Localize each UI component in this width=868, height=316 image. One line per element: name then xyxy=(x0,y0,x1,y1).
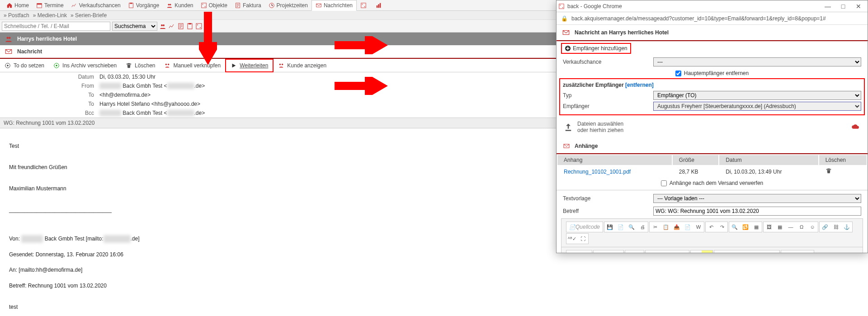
editor-quote-icon[interactable]: ❝ xyxy=(803,250,814,253)
editor-selectall-icon[interactable]: ▦ xyxy=(751,222,762,232)
editor-underline-icon[interactable]: U xyxy=(736,250,747,253)
nav-home[interactable]: Home xyxy=(3,0,33,11)
editor-font-select[interactable]: Schriftart ▾ xyxy=(594,250,623,253)
editor-bgcolor-icon[interactable]: A▾ xyxy=(702,250,712,253)
btn-show-customer[interactable]: Kunde anzeigen xyxy=(274,59,331,72)
editor-align-left-icon[interactable]: ≡ xyxy=(646,250,656,253)
toolbar-icon-5[interactable] xyxy=(195,23,203,30)
editor-source-button[interactable]: 📄 Quellcode xyxy=(566,222,603,232)
editor-save-icon[interactable]: 💾 xyxy=(604,222,615,232)
nav-faktura[interactable]: Faktura xyxy=(231,0,265,11)
calendar-icon xyxy=(36,2,42,9)
editor-special-icon[interactable]: Ω xyxy=(796,222,807,232)
editor-hr-icon[interactable]: — xyxy=(785,222,796,232)
crumb-serienbriefe[interactable]: » Serien-Briefe xyxy=(71,12,107,19)
app-icon xyxy=(558,3,565,9)
editor-size-select[interactable]: Gr... ▾ xyxy=(625,250,644,253)
nav-label: Objekte xyxy=(209,2,227,9)
editor-copy-icon[interactable]: 📋 xyxy=(660,222,671,232)
nav-objekte[interactable]: Objekte xyxy=(197,0,231,11)
editor-table-icon[interactable]: ▦ xyxy=(774,222,785,232)
toolbar-icon-3[interactable] xyxy=(177,23,184,30)
btn-archive[interactable]: Ins Archiv verschieben xyxy=(49,59,121,72)
file-dropzone[interactable]: Dateien auswählen oder hierhin ziehen xyxy=(557,115,868,139)
editor-italic-icon[interactable]: I xyxy=(725,250,736,253)
editor-replace-icon[interactable]: 🔁 xyxy=(740,222,751,232)
editor-print-icon[interactable]: 🖨 xyxy=(637,222,648,232)
editor-unlink-icon[interactable]: ⛓ xyxy=(830,222,841,232)
editor-align-justify-icon[interactable]: ≡ xyxy=(678,250,689,253)
editor-ol-icon[interactable]: 1≡ xyxy=(781,250,792,253)
popup-titlebar: back - Google Chrome — □ ✕ xyxy=(557,0,868,12)
nav-nachrichten[interactable]: Nachrichten xyxy=(311,0,357,11)
nav-kunden[interactable]: Kunden xyxy=(163,0,197,11)
editor-sup-icon[interactable]: x² xyxy=(769,250,779,253)
window-maximize[interactable]: □ xyxy=(836,1,850,11)
editor-paste-text-icon[interactable]: 📄 xyxy=(682,222,693,232)
editor-find-icon[interactable]: 🔍 xyxy=(729,222,740,232)
popup-addressbar: 🔒 back.akquisemanager.de/a/messageadd?cu… xyxy=(557,12,868,25)
remove-main-recipient-checkbox[interactable] xyxy=(675,71,681,76)
nav-projektzeiten[interactable]: Projektzeiten xyxy=(265,0,311,11)
nav-verkaufschancen[interactable]: Verkaufschancen xyxy=(67,0,124,11)
add-recipient-button[interactable]: Empfänger hinzufügen xyxy=(561,43,631,54)
editor-align-center-icon[interactable]: ≡ xyxy=(656,250,667,253)
recipient-select[interactable]: Augustus Freyherr [Steuerberatungxxxx.de… xyxy=(653,102,861,111)
nav-termine[interactable]: Termine xyxy=(33,0,67,11)
toolbar-icon-2[interactable] xyxy=(168,23,175,30)
editor-cut-icon[interactable]: ✂ xyxy=(650,222,660,232)
btn-delete[interactable]: Löschen xyxy=(121,59,160,72)
nav-label: Verkaufschancen xyxy=(79,2,121,9)
meta-to-value-1: <hh@demofirma.de> xyxy=(99,92,151,98)
attachment-file-link[interactable]: Rechnung_10102_1001.pdf xyxy=(564,169,631,175)
editor-format-select[interactable]: Format ▾ xyxy=(566,250,592,253)
editor-align-right-icon[interactable]: ≡ xyxy=(667,250,678,253)
nav-extra1[interactable] xyxy=(357,0,372,11)
nav-extra2[interactable] xyxy=(372,0,387,11)
editor-preview-icon[interactable]: 🔍 xyxy=(626,222,637,232)
subject-input[interactable] xyxy=(653,207,861,216)
window-minimize[interactable]: — xyxy=(821,1,835,11)
extra-recipient-title: zusätzlicher Empfänger [entfernen] xyxy=(563,82,861,88)
template-select[interactable]: --- Vorlage laden --- xyxy=(653,194,861,203)
extra-recipient-remove-link[interactable]: [entfernen] xyxy=(625,82,654,88)
btn-link[interactable]: Manuell verknüpfen xyxy=(160,59,225,72)
editor-link-icon[interactable]: 🔗 xyxy=(820,222,830,232)
meta-to-label: To xyxy=(0,92,99,98)
editor-image-icon[interactable]: 🖼 xyxy=(764,222,774,232)
editor-paste-word-icon[interactable]: W xyxy=(693,222,704,232)
quicksearch-input[interactable] xyxy=(2,22,110,31)
editor-strike-icon[interactable]: abc xyxy=(747,250,758,253)
cloud-icon[interactable] xyxy=(851,123,860,132)
editor-ul-icon[interactable]: •≡ xyxy=(792,250,803,253)
opportunity-select[interactable]: --- xyxy=(653,57,861,66)
editor-bold-icon[interactable]: B xyxy=(714,250,725,253)
editor-anchor-icon[interactable]: ⚓ xyxy=(841,222,852,232)
editor-sub-icon[interactable]: x₂ xyxy=(758,250,769,253)
window-close[interactable]: ✕ xyxy=(851,1,866,11)
editor-redo-icon[interactable]: ↷ xyxy=(717,222,727,232)
clock-icon xyxy=(269,2,275,9)
crumb-postfach[interactable]: » Postfach xyxy=(4,12,29,19)
editor-textcolor-icon[interactable]: A▾ xyxy=(691,250,702,253)
nav-vorgaenge[interactable]: Vorgänge xyxy=(124,0,163,11)
mail-icon xyxy=(5,47,13,56)
discard-attachments-checkbox[interactable] xyxy=(661,180,667,186)
delete-attachment-icon[interactable] xyxy=(826,168,832,174)
toolbar-icon-1[interactable] xyxy=(159,23,166,30)
editor-newpage-icon[interactable]: 📄 xyxy=(615,222,626,232)
type-select[interactable]: Empfänger (TO) xyxy=(653,91,861,100)
editor-undo-icon[interactable]: ↶ xyxy=(706,222,717,232)
nav-label: Termine xyxy=(44,2,64,9)
message-title: Nachricht xyxy=(17,48,42,55)
btn-forward[interactable]: Weiterleiten xyxy=(225,59,274,72)
editor-spell-icon[interactable]: ᴬᴮ✓ xyxy=(566,234,577,244)
editor-smiley-icon[interactable]: ☺ xyxy=(807,222,818,232)
toolbar-icon-4[interactable] xyxy=(186,23,193,30)
crumb-medienlink[interactable]: » Medien-Link xyxy=(33,12,67,19)
editor-paste-icon[interactable]: 📥 xyxy=(671,222,682,232)
editor-maximize-icon[interactable]: ⛶ xyxy=(577,234,588,244)
btn-todo[interactable]: To do setzen xyxy=(0,59,49,72)
nav-label: Projektzeiten xyxy=(277,2,308,9)
schema-select[interactable]: Suchschema xyxy=(112,22,157,31)
